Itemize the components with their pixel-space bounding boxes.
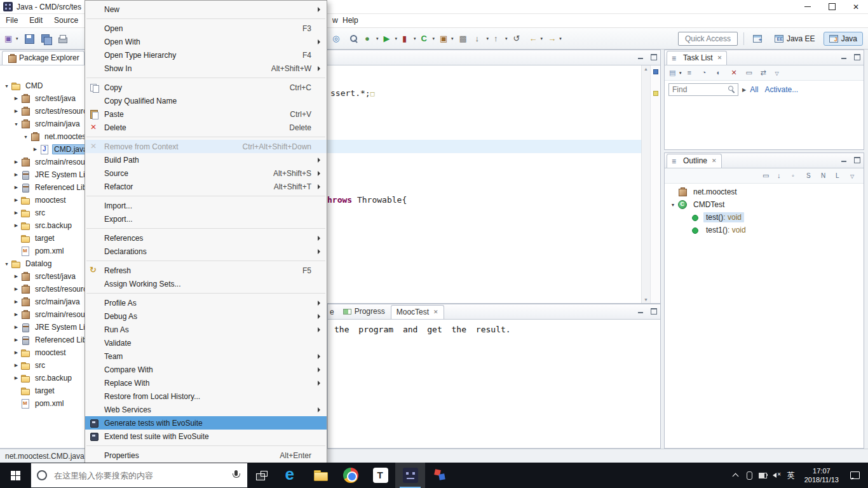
expand-arrow[interactable]: ▶ bbox=[12, 223, 20, 228]
close-view-icon[interactable]: ✕ bbox=[712, 158, 717, 164]
microphone-icon[interactable] bbox=[231, 470, 241, 481]
overview-ruler[interactable] bbox=[650, 65, 660, 303]
context-menu-item-refactor[interactable]: Refactor Alt+Shift+T bbox=[85, 180, 327, 193]
view-toolbar-button[interactable] bbox=[686, 67, 698, 79]
view-toolbar-button[interactable] bbox=[819, 170, 832, 182]
minimize-view-icon[interactable] bbox=[841, 156, 848, 163]
view-toolbar-button[interactable] bbox=[804, 170, 817, 182]
maximize-button[interactable] bbox=[820, 0, 844, 13]
context-menu-item-extend-test-suite-with-evosuite[interactable]: Extend test suite with EvoSuite bbox=[85, 430, 327, 443]
tab-task-list[interactable]: Task List ✕ bbox=[667, 51, 727, 65]
taskbar-clock[interactable]: 17:07 2018/11/13 bbox=[798, 466, 845, 484]
expand-arrow[interactable]: ▶ bbox=[12, 198, 20, 203]
toolbar-button[interactable] bbox=[527, 31, 545, 46]
context-menu-item-paste[interactable]: Paste Ctrl+V bbox=[85, 107, 327, 121]
taskbar-search-input[interactable] bbox=[53, 470, 224, 481]
taskbar-app[interactable] bbox=[336, 463, 365, 488]
view-toolbar-button[interactable] bbox=[667, 67, 684, 79]
tray-mouse[interactable] bbox=[742, 463, 756, 488]
tray-volume[interactable] bbox=[770, 463, 784, 488]
view-toolbar-button[interactable] bbox=[761, 170, 773, 182]
view-toolbar-button[interactable] bbox=[715, 67, 728, 79]
context-menu-item-debug-as[interactable]: Debug As bbox=[85, 309, 327, 323]
notification-center-icon[interactable] bbox=[849, 470, 860, 480]
context-menu-item-build-path[interactable]: Build Path bbox=[85, 153, 327, 166]
taskbar-search[interactable] bbox=[31, 463, 248, 488]
view-toolbar-button[interactable] bbox=[834, 170, 846, 182]
toolbar-button[interactable] bbox=[400, 31, 418, 46]
editor-scrollbar[interactable]: ▲▼ bbox=[641, 65, 650, 303]
maximize-view-icon[interactable] bbox=[650, 53, 657, 60]
view-tab-mooctest[interactable]: MoocTest ✕ bbox=[391, 305, 444, 319]
minimize-button[interactable] bbox=[796, 0, 820, 13]
menubar-item-clipped[interactable]: w bbox=[330, 14, 341, 27]
outline-item-cmdtest[interactable]: ▼ CMDTest bbox=[665, 198, 864, 211]
expand-arrow[interactable]: ▶ bbox=[12, 325, 20, 330]
task-list-link-activate[interactable]: Activate... bbox=[765, 85, 799, 94]
outline-item-test1[interactable]: test1() : void bbox=[665, 224, 864, 236]
tray-battery[interactable] bbox=[756, 463, 770, 488]
close-tab-icon[interactable]: ✕ bbox=[433, 309, 438, 315]
expand-arrow[interactable]: ▶ bbox=[12, 376, 20, 381]
context-menu-item-copy[interactable]: Copy Ctrl+C bbox=[85, 81, 327, 94]
context-menu-item-replace-with[interactable]: Replace With bbox=[85, 376, 327, 390]
task-marker[interactable] bbox=[653, 69, 658, 74]
context-menu-item-open-type-hierarchy[interactable]: Open Type Hierarchy F4 bbox=[85, 48, 327, 62]
expand-arrow[interactable]: ▶ bbox=[12, 337, 20, 342]
context-menu-item-declarations[interactable]: Declarations bbox=[85, 245, 327, 258]
menubar-item-edit[interactable]: Edit bbox=[24, 14, 48, 27]
context-menu-item-refresh[interactable]: Refresh F5 bbox=[85, 264, 327, 277]
ime-language-indicator[interactable]: 英 bbox=[784, 463, 798, 488]
perspective-button-java-ee[interactable]: Java EE bbox=[769, 32, 821, 46]
context-menu-item-validate[interactable]: Validate bbox=[85, 336, 327, 349]
expand-arrow[interactable]: ▶ bbox=[12, 350, 20, 355]
expand-arrow[interactable]: ▶ bbox=[12, 109, 20, 114]
tab-package-explorer[interactable]: Package Explorer bbox=[2, 51, 85, 65]
context-menu-item-import[interactable]: Import... bbox=[85, 199, 327, 212]
view-toolbar-button[interactable] bbox=[700, 67, 713, 79]
toolbar-button[interactable] bbox=[55, 31, 70, 46]
toolbar-button[interactable] bbox=[419, 31, 437, 46]
toolbar-button[interactable] bbox=[363, 31, 381, 46]
expand-arrow[interactable]: ▶ bbox=[12, 159, 20, 165]
taskbar-app[interactable] bbox=[365, 463, 395, 488]
maximize-view-icon[interactable] bbox=[853, 53, 860, 60]
context-menu-item-source[interactable]: Source Alt+Shift+S bbox=[85, 166, 327, 180]
toolbar-button[interactable] bbox=[3, 31, 20, 46]
context-menu-item-export[interactable]: Export... bbox=[85, 212, 327, 226]
expand-arrow[interactable]: ▼ bbox=[3, 84, 11, 88]
context-menu-item-new[interactable]: New bbox=[85, 3, 327, 16]
context-menu-item-compare-with[interactable]: Compare With bbox=[85, 363, 327, 376]
expand-arrow[interactable]: ▶ bbox=[12, 312, 20, 317]
expand-chevron-icon[interactable]: ▶ bbox=[742, 87, 746, 93]
context-menu-item-assign-working-sets[interactable]: Assign Working Sets... bbox=[85, 277, 327, 290]
close-view-icon[interactable]: ✕ bbox=[717, 55, 722, 61]
taskbar-app[interactable] bbox=[395, 463, 425, 488]
context-menu-item-delete[interactable]: Delete Delete bbox=[85, 121, 327, 134]
perspective-button-java[interactable]: Java bbox=[824, 32, 863, 46]
toolbar-button[interactable] bbox=[330, 31, 345, 46]
view-toolbar-button[interactable] bbox=[729, 67, 742, 79]
context-menu-item-generate-tests-with-evosuite[interactable]: Generate tests with EvoSuite bbox=[85, 416, 327, 430]
expand-arrow[interactable]: ▶ bbox=[12, 287, 20, 292]
expand-arrow[interactable]: ▶ bbox=[12, 363, 20, 368]
toolbar-button[interactable] bbox=[438, 31, 456, 46]
taskbar-app[interactable] bbox=[276, 463, 306, 488]
maximize-view-icon[interactable] bbox=[853, 156, 860, 163]
toolbar-button[interactable] bbox=[457, 31, 472, 46]
view-tab-progress[interactable]: Progress ✕ bbox=[336, 304, 391, 319]
toolbar-button[interactable] bbox=[492, 31, 510, 46]
menubar-item-source[interactable]: Source bbox=[48, 14, 84, 27]
tab-outline[interactable]: Outline ✕ bbox=[667, 154, 722, 168]
context-menu-item-show-in[interactable]: Show In Alt+Shift+W bbox=[85, 62, 327, 75]
expand-arrow[interactable]: ▶ bbox=[12, 210, 20, 215]
context-menu-item-remove-from-context[interactable]: Remove from Context Ctrl+Alt+Shift+Down bbox=[85, 140, 327, 153]
context-menu-item-copy-qualified-name[interactable]: Copy Qualified Name bbox=[85, 94, 327, 107]
view-toolbar-button[interactable] bbox=[790, 170, 803, 182]
occurrence-marker[interactable] bbox=[653, 91, 658, 96]
menubar-item-file[interactable]: File bbox=[0, 14, 24, 27]
taskbar-app[interactable] bbox=[425, 463, 455, 488]
start-button[interactable] bbox=[0, 463, 31, 488]
toolbar-button[interactable] bbox=[473, 31, 491, 46]
quick-access-button[interactable]: Quick Access bbox=[678, 32, 738, 46]
